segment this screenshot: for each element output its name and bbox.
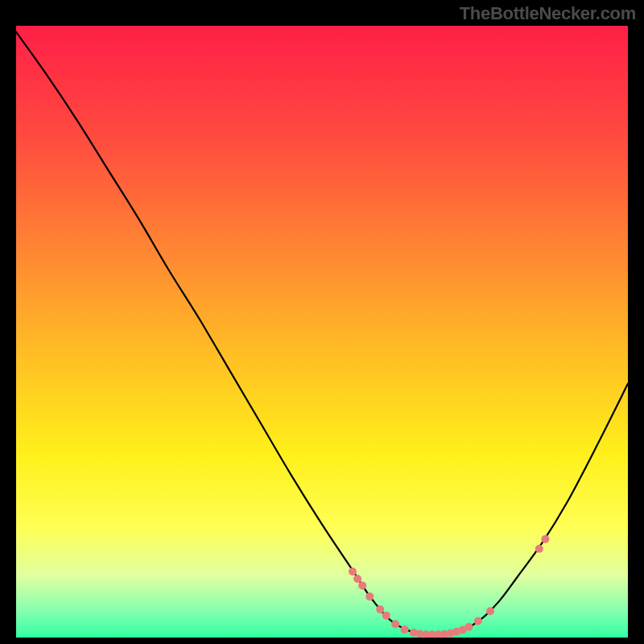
data-marker (382, 612, 390, 620)
data-marker (391, 620, 399, 628)
data-marker (349, 568, 357, 576)
chart-svg (16, 26, 628, 638)
attribution-text: TheBottleNecker.com (460, 3, 636, 24)
data-marker (401, 625, 409, 634)
data-marker (474, 617, 482, 625)
bottleneck-chart (16, 26, 628, 638)
data-marker (541, 535, 549, 543)
data-marker (365, 592, 374, 601)
gradient-background (16, 26, 628, 638)
data-marker (535, 545, 543, 553)
data-marker (464, 623, 473, 631)
data-marker (376, 605, 384, 613)
data-marker (353, 575, 361, 583)
data-marker (486, 607, 494, 615)
data-marker (358, 581, 366, 589)
